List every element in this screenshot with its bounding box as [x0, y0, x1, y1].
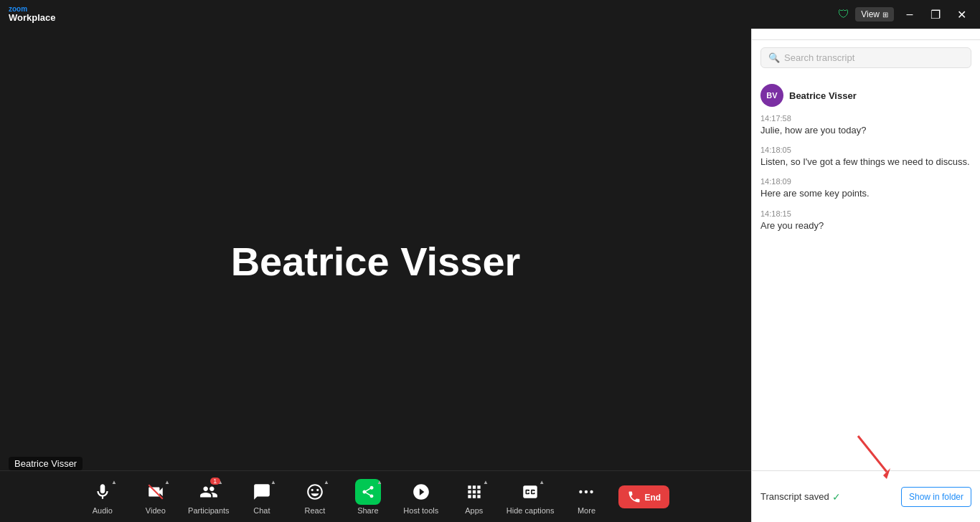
- minimize-button[interactable]: –: [900, 4, 920, 24]
- transcript-text-4: Are you ready?: [760, 219, 971, 232]
- svg-marker-5: [883, 468, 890, 479]
- more-icon: [577, 483, 595, 501]
- more-label: More: [578, 506, 595, 515]
- view-button[interactable]: View ⊞: [855, 7, 894, 22]
- transcript-entry-1: 14:17:58 Julie, how are you today?: [760, 114, 971, 137]
- video-label: Video: [146, 506, 166, 515]
- participant-label: Beatrice Visser: [9, 457, 83, 470]
- svg-point-2: [585, 490, 588, 493]
- share-button[interactable]: ▲ Share: [343, 475, 393, 518]
- transcript-text-1: Julie, how are you today?: [760, 124, 971, 137]
- participants-icon: [199, 483, 218, 501]
- transcript-time-4: 14:18:15: [760, 209, 971, 218]
- transcript-entry-2: 14:18:05 Listen, so I've got a few thing…: [760, 146, 971, 169]
- shield-icon: 🛡: [838, 8, 849, 21]
- search-area: 🔍: [752, 40, 980, 75]
- participants-count: 1: [210, 478, 220, 485]
- transcript-entry-3: 14:18:09 Here are some key points.: [760, 177, 971, 200]
- title-bar-controls: 🛡 View ⊞ – ❐ ✕: [838, 4, 971, 24]
- video-icon: [146, 483, 165, 501]
- show-folder-button[interactable]: Show in folder: [901, 487, 971, 507]
- search-input[interactable]: [784, 52, 963, 63]
- end-call-icon: [627, 490, 641, 504]
- transcript-text-3: Here are some key points.: [760, 187, 971, 200]
- maximize-button[interactable]: ❐: [925, 4, 946, 24]
- check-icon: ✓: [832, 491, 841, 503]
- audio-caret: ▲: [111, 479, 117, 485]
- end-label: End: [644, 493, 661, 503]
- video-caret: ▲: [164, 479, 170, 485]
- transcript-time-3: 14:18:09: [760, 177, 971, 186]
- participants-button[interactable]: ▲ 1 Participants: [184, 475, 234, 518]
- participant-name-display: Beatrice Visser: [231, 238, 521, 285]
- share-label: Share: [357, 506, 378, 515]
- share-caret: ▲: [377, 479, 382, 485]
- apps-caret: ▲: [483, 479, 489, 485]
- chat-icon: [253, 483, 271, 501]
- search-icon: 🔍: [768, 52, 780, 63]
- search-box: 🔍: [760, 47, 971, 68]
- chat-caret: ▲: [270, 479, 276, 485]
- zoom-logo: zoom Workplace: [9, 5, 56, 23]
- speaker-name: Beatrice Visser: [789, 90, 857, 101]
- grid-icon: ⊞: [882, 11, 888, 19]
- transcript-time-2: 14:18:05: [760, 146, 971, 154]
- mic-icon: [93, 483, 112, 501]
- panel-footer: Transcript saved ✓ Show in folder: [752, 470, 980, 522]
- apps-button[interactable]: ▲ Apps: [449, 475, 499, 518]
- react-button[interactable]: ▲ React: [290, 475, 340, 518]
- apps-label: Apps: [465, 506, 483, 515]
- saved-status: Transcript saved ✓: [760, 491, 841, 503]
- audio-button[interactable]: ▲ Audio: [77, 475, 128, 518]
- end-btn-inner: End: [618, 485, 669, 508]
- toolbar: ▲ Audio ▲ Video ▲ 1 Participants: [0, 470, 751, 522]
- audio-label: Audio: [93, 506, 113, 515]
- speaker-section: BV Beatrice Visser: [760, 75, 971, 111]
- video-button[interactable]: ▲ Video: [131, 475, 181, 518]
- video-area: Beatrice Visser Beatrice Visser: [0, 0, 751, 522]
- chat-button[interactable]: ▲ Chat: [237, 475, 287, 518]
- transcript-entry-4: 14:18:15 Are you ready?: [760, 209, 971, 232]
- chat-label: Chat: [253, 506, 270, 515]
- hide-captions-button[interactable]: ▲ Hide captions: [502, 475, 559, 518]
- apps-icon: [465, 483, 484, 501]
- host-tools-icon: [412, 483, 430, 501]
- speaker-header: BV Beatrice Visser: [760, 75, 971, 111]
- react-label: React: [304, 506, 325, 515]
- react-icon: [306, 483, 324, 501]
- more-button[interactable]: More: [561, 475, 611, 518]
- avatar: BV: [760, 84, 783, 107]
- captions-icon: [521, 483, 540, 501]
- close-button[interactable]: ✕: [951, 4, 971, 24]
- transcript-text-2: Listen, so I've got a few things we need…: [760, 156, 971, 169]
- participants-label: Participants: [188, 506, 229, 515]
- end-button[interactable]: End: [614, 475, 674, 518]
- host-tools-button[interactable]: Host tools: [396, 475, 446, 518]
- hide-captions-label: Hide captions: [507, 506, 555, 515]
- saved-label: Transcript saved: [760, 491, 829, 502]
- react-caret: ▲: [324, 479, 329, 485]
- transcript-panel: Transcript 🔍 BV Beatrice Visser: [751, 0, 980, 522]
- transcript-content: BV Beatrice Visser 14:17:58 Julie, how a…: [752, 75, 980, 470]
- svg-point-3: [590, 490, 593, 493]
- transcript-time-1: 14:17:58: [760, 114, 971, 123]
- view-label: View: [861, 9, 880, 19]
- share-icon: [361, 485, 375, 499]
- svg-point-1: [580, 490, 583, 493]
- title-bar: zoom Workplace 🛡 View ⊞ – ❐ ✕: [0, 0, 980, 29]
- zoom-logo-workplace: Workplace: [9, 13, 56, 23]
- host-tools-label: Host tools: [403, 506, 438, 515]
- captions-caret: ▲: [539, 479, 545, 485]
